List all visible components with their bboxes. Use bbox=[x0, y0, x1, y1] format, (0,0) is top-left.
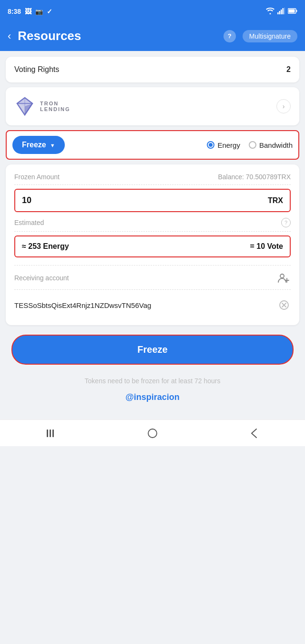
address-row: TESSoSbtsQisExt4Rnjz1NZDwsvTN56Vag bbox=[14, 294, 291, 317]
content-area: Voting Rights 2 TRON LENDING bbox=[0, 51, 305, 412]
back-arrow-icon bbox=[250, 428, 258, 439]
account-select-icon[interactable] bbox=[275, 270, 291, 286]
freeze-form-card: Frozen Amount Balance: 70.500789TRX 10 T… bbox=[6, 164, 299, 325]
status-bar-right bbox=[266, 8, 297, 16]
estimate-result-row: ≈ 253 Energy = 10 Vote bbox=[14, 235, 291, 257]
divider-4 bbox=[14, 289, 291, 290]
lending-logo: TRON LENDING bbox=[14, 96, 71, 117]
photo-icon: 🖼 bbox=[25, 8, 31, 15]
signal-icon bbox=[277, 8, 285, 16]
estimated-label: Estimated bbox=[14, 219, 44, 226]
divider-1 bbox=[14, 184, 291, 185]
bandwidth-label: Bandwidth bbox=[259, 141, 293, 149]
footer-note: Tokens need to be frozen for at least 72… bbox=[6, 377, 299, 385]
status-bar-left: 8:38 🖼 📷 ✓ bbox=[8, 8, 52, 15]
home-circle-icon bbox=[147, 428, 158, 439]
divider-3 bbox=[14, 265, 291, 266]
svg-rect-22 bbox=[52, 429, 54, 437]
clear-address-button[interactable] bbox=[277, 298, 291, 312]
clear-icon bbox=[279, 300, 289, 310]
status-time: 8:38 bbox=[8, 8, 21, 15]
tron-lending-card[interactable]: TRON LENDING › bbox=[6, 87, 299, 125]
estimated-help-icon[interactable]: ? bbox=[281, 218, 291, 227]
svg-point-23 bbox=[148, 429, 157, 438]
dropdown-arrow-icon: ▼ bbox=[50, 143, 55, 148]
lending-top-text: TRON bbox=[40, 101, 71, 106]
voting-rights-card: Voting Rights 2 bbox=[6, 57, 299, 82]
receiving-account-section: Receiving account TESSoSbtsQisExt4Rnjz1N… bbox=[14, 265, 291, 317]
lending-text: TRON LENDING bbox=[40, 101, 71, 112]
page-title: Resources bbox=[18, 29, 217, 43]
amount-input-row[interactable]: 10 TRX bbox=[14, 189, 291, 212]
check-icon: ✓ bbox=[47, 8, 52, 15]
svg-rect-3 bbox=[283, 8, 284, 14]
back-button[interactable]: ‹ bbox=[8, 30, 11, 42]
energy-option[interactable]: Energy bbox=[207, 141, 240, 149]
tron-diamond-icon bbox=[14, 96, 35, 117]
lending-arrow-icon[interactable]: › bbox=[276, 99, 291, 113]
freeze-selector-row: Freeze ▼ Energy Bandwidth bbox=[6, 130, 299, 160]
header: ‹ Resources ? Multisignature bbox=[0, 23, 305, 51]
receiving-address: TESSoSbtsQisExt4Rnjz1NZDwsvTN56Vag bbox=[14, 301, 277, 309]
nav-back-button[interactable] bbox=[240, 424, 268, 443]
amount-value: 10 bbox=[22, 195, 31, 205]
voting-rights-label: Voting Rights bbox=[14, 65, 59, 74]
menu-lines-icon bbox=[46, 429, 56, 438]
divider-2 bbox=[14, 231, 291, 232]
receiving-account-label: Receiving account bbox=[14, 274, 69, 282]
multisignature-badge[interactable]: Multisignature bbox=[243, 30, 297, 42]
svg-rect-6 bbox=[296, 10, 297, 12]
svg-rect-21 bbox=[50, 429, 51, 437]
footer-brand: @inspiracion bbox=[6, 392, 299, 402]
balance-label: Balance: 70.500789TRX bbox=[218, 173, 291, 181]
amount-unit: TRX bbox=[268, 196, 283, 205]
wifi-icon bbox=[266, 8, 274, 16]
freeze-submit-wrap: Freeze bbox=[6, 330, 299, 369]
energy-radio[interactable] bbox=[207, 141, 214, 149]
lending-card-inner: TRON LENDING › bbox=[14, 96, 291, 117]
nav-home-button[interactable] bbox=[138, 424, 167, 443]
status-bar: 8:38 🖼 📷 ✓ bbox=[0, 0, 305, 23]
svg-point-14 bbox=[280, 274, 284, 278]
battery-icon bbox=[288, 8, 297, 15]
freeze-button-label: Freeze bbox=[22, 141, 46, 149]
receiving-label-row: Receiving account bbox=[14, 270, 291, 286]
bandwidth-radio[interactable] bbox=[249, 141, 256, 149]
svg-rect-1 bbox=[279, 11, 281, 14]
freeze-dropdown-button[interactable]: Freeze ▼ bbox=[12, 136, 65, 154]
resource-options: Energy Bandwidth bbox=[207, 141, 293, 149]
energy-label: Energy bbox=[217, 141, 240, 149]
lending-bottom-text: LENDING bbox=[40, 106, 71, 112]
svg-rect-4 bbox=[284, 8, 285, 14]
energy-estimate: ≈ 253 Energy bbox=[22, 242, 69, 251]
svg-rect-2 bbox=[281, 10, 282, 14]
voting-rights-row: Voting Rights 2 bbox=[14, 65, 291, 74]
svg-rect-0 bbox=[277, 12, 279, 14]
frozen-amount-label-row: Frozen Amount Balance: 70.500789TRX bbox=[14, 173, 291, 181]
nav-menu-button[interactable] bbox=[37, 424, 65, 443]
bottom-nav bbox=[0, 419, 305, 446]
freeze-submit-button[interactable]: Freeze bbox=[11, 335, 294, 365]
person-plus-icon bbox=[277, 272, 289, 284]
vote-estimate: = 10 Vote bbox=[250, 242, 283, 251]
svg-rect-7 bbox=[289, 10, 295, 13]
help-button[interactable]: ? bbox=[224, 30, 236, 42]
frozen-amount-label: Frozen Amount bbox=[14, 173, 60, 181]
estimated-row: Estimated ? bbox=[14, 218, 291, 227]
bandwidth-option[interactable]: Bandwidth bbox=[249, 141, 293, 149]
svg-rect-20 bbox=[47, 429, 48, 437]
voting-rights-value: 2 bbox=[286, 65, 291, 74]
instagram-icon: 📷 bbox=[35, 8, 43, 15]
